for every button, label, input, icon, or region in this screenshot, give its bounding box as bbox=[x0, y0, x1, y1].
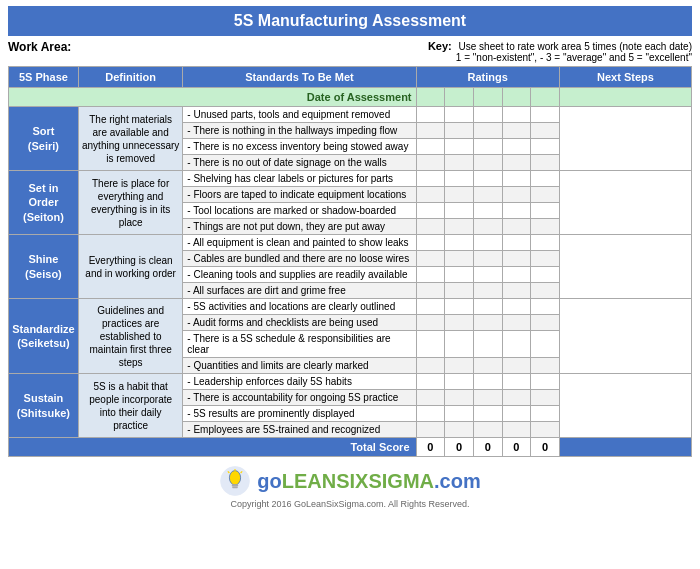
rating-cell[interactable] bbox=[445, 235, 474, 251]
rating-cell[interactable] bbox=[531, 299, 560, 315]
rating-cell[interactable] bbox=[473, 331, 502, 358]
rating-cell[interactable] bbox=[445, 251, 474, 267]
rating-cell[interactable] bbox=[445, 107, 474, 123]
rating-cell[interactable] bbox=[416, 155, 445, 171]
rating-cell[interactable] bbox=[531, 374, 560, 390]
rating-cell[interactable] bbox=[502, 219, 531, 235]
rating-cell[interactable] bbox=[531, 390, 560, 406]
rating-cell[interactable] bbox=[531, 139, 560, 155]
rating-cell[interactable] bbox=[473, 299, 502, 315]
rating-cell[interactable] bbox=[531, 251, 560, 267]
rating-cell[interactable] bbox=[445, 139, 474, 155]
rating-cell[interactable] bbox=[416, 299, 445, 315]
rating-cell[interactable] bbox=[416, 139, 445, 155]
rating-cell[interactable] bbox=[473, 267, 502, 283]
rating-cell[interactable] bbox=[445, 406, 474, 422]
rating-cell[interactable] bbox=[416, 331, 445, 358]
rating-cell[interactable] bbox=[416, 219, 445, 235]
rating-cell[interactable] bbox=[473, 251, 502, 267]
rating-cell[interactable] bbox=[502, 107, 531, 123]
rating-cell[interactable] bbox=[445, 331, 474, 358]
rating-cell[interactable] bbox=[416, 422, 445, 438]
rating-cell[interactable] bbox=[502, 406, 531, 422]
rating-cell[interactable] bbox=[445, 187, 474, 203]
next-steps-cell-0[interactable] bbox=[559, 107, 691, 171]
rating-cell[interactable] bbox=[416, 390, 445, 406]
rating-cell[interactable] bbox=[531, 422, 560, 438]
rating-cell[interactable] bbox=[502, 187, 531, 203]
rating-cell[interactable] bbox=[473, 107, 502, 123]
rating-cell[interactable] bbox=[473, 283, 502, 299]
rating-cell[interactable] bbox=[502, 299, 531, 315]
rating-cell[interactable] bbox=[531, 219, 560, 235]
rating-cell[interactable] bbox=[445, 390, 474, 406]
rating-cell[interactable] bbox=[473, 123, 502, 139]
next-steps-cell-1[interactable] bbox=[559, 171, 691, 235]
rating-cell[interactable] bbox=[473, 358, 502, 374]
rating-cell[interactable] bbox=[416, 267, 445, 283]
rating-cell[interactable] bbox=[473, 219, 502, 235]
rating-cell[interactable] bbox=[445, 267, 474, 283]
rating-cell[interactable] bbox=[502, 331, 531, 358]
rating-cell[interactable] bbox=[445, 171, 474, 187]
rating-cell[interactable] bbox=[416, 171, 445, 187]
rating-cell[interactable] bbox=[531, 171, 560, 187]
rating-cell[interactable] bbox=[502, 171, 531, 187]
rating-cell[interactable] bbox=[473, 203, 502, 219]
rating-cell[interactable] bbox=[473, 155, 502, 171]
rating-cell[interactable] bbox=[473, 235, 502, 251]
rating-cell[interactable] bbox=[531, 315, 560, 331]
rating-cell[interactable] bbox=[445, 299, 474, 315]
rating-cell[interactable] bbox=[502, 251, 531, 267]
rating-cell[interactable] bbox=[531, 358, 560, 374]
rating-cell[interactable] bbox=[416, 358, 445, 374]
rating-cell[interactable] bbox=[531, 331, 560, 358]
rating-cell[interactable] bbox=[502, 139, 531, 155]
rating-cell[interactable] bbox=[531, 406, 560, 422]
rating-cell[interactable] bbox=[416, 203, 445, 219]
rating-cell[interactable] bbox=[473, 139, 502, 155]
rating-cell[interactable] bbox=[416, 123, 445, 139]
rating-cell[interactable] bbox=[445, 283, 474, 299]
rating-cell[interactable] bbox=[416, 374, 445, 390]
rating-cell[interactable] bbox=[445, 358, 474, 374]
rating-cell[interactable] bbox=[502, 155, 531, 171]
rating-cell[interactable] bbox=[445, 422, 474, 438]
rating-cell[interactable] bbox=[502, 390, 531, 406]
rating-cell[interactable] bbox=[445, 374, 474, 390]
rating-cell[interactable] bbox=[416, 315, 445, 331]
rating-cell[interactable] bbox=[531, 283, 560, 299]
next-steps-cell-4[interactable] bbox=[559, 374, 691, 438]
rating-cell[interactable] bbox=[502, 358, 531, 374]
rating-cell[interactable] bbox=[531, 107, 560, 123]
rating-cell[interactable] bbox=[473, 315, 502, 331]
rating-cell[interactable] bbox=[473, 171, 502, 187]
rating-cell[interactable] bbox=[416, 235, 445, 251]
rating-cell[interactable] bbox=[445, 155, 474, 171]
rating-cell[interactable] bbox=[502, 374, 531, 390]
rating-cell[interactable] bbox=[445, 219, 474, 235]
rating-cell[interactable] bbox=[416, 283, 445, 299]
rating-cell[interactable] bbox=[416, 251, 445, 267]
rating-cell[interactable] bbox=[531, 235, 560, 251]
rating-cell[interactable] bbox=[502, 315, 531, 331]
rating-cell[interactable] bbox=[502, 267, 531, 283]
rating-cell[interactable] bbox=[416, 107, 445, 123]
rating-cell[interactable] bbox=[473, 374, 502, 390]
rating-cell[interactable] bbox=[531, 267, 560, 283]
next-steps-cell-2[interactable] bbox=[559, 235, 691, 299]
rating-cell[interactable] bbox=[473, 187, 502, 203]
rating-cell[interactable] bbox=[416, 406, 445, 422]
rating-cell[interactable] bbox=[416, 187, 445, 203]
rating-cell[interactable] bbox=[502, 235, 531, 251]
rating-cell[interactable] bbox=[531, 187, 560, 203]
rating-cell[interactable] bbox=[502, 283, 531, 299]
rating-cell[interactable] bbox=[531, 155, 560, 171]
rating-cell[interactable] bbox=[531, 123, 560, 139]
rating-cell[interactable] bbox=[531, 203, 560, 219]
rating-cell[interactable] bbox=[473, 406, 502, 422]
rating-cell[interactable] bbox=[502, 123, 531, 139]
rating-cell[interactable] bbox=[473, 422, 502, 438]
rating-cell[interactable] bbox=[445, 123, 474, 139]
rating-cell[interactable] bbox=[473, 390, 502, 406]
